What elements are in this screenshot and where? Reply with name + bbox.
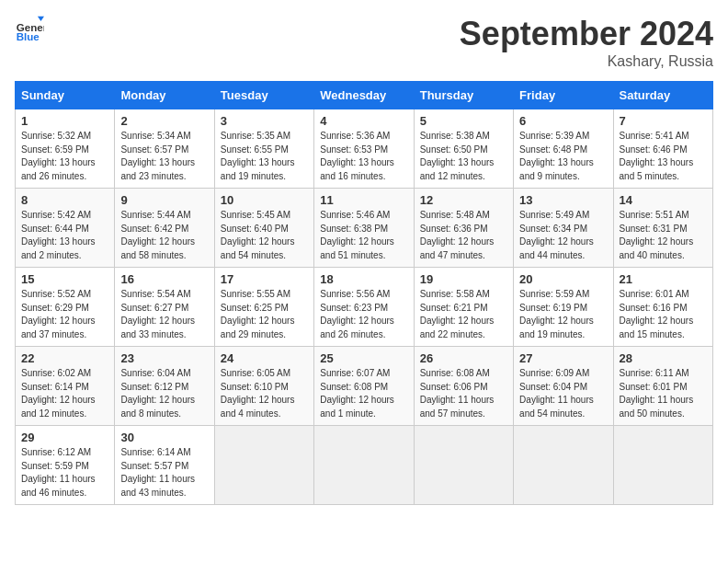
day-number: 29 <box>21 431 108 444</box>
day-cell: 17 Sunrise: 5:55 AMSunset: 6:25 PMDaylig… <box>214 268 313 347</box>
day-cell: 2 Sunrise: 5:34 AMSunset: 6:57 PMDayligh… <box>115 109 214 189</box>
day-cell: 29 Sunrise: 6:12 AMSunset: 5:59 PMDaylig… <box>16 426 115 505</box>
day-info: Sunrise: 6:12 AMSunset: 5:59 PMDaylight:… <box>21 446 108 500</box>
svg-text:Blue: Blue <box>17 31 40 42</box>
day-number: 21 <box>620 272 707 286</box>
day-cell: 22 Sunrise: 6:02 AMSunset: 6:14 PMDaylig… <box>16 347 115 426</box>
day-cell: 30 Sunrise: 6:14 AMSunset: 5:57 PMDaylig… <box>115 426 214 505</box>
day-cell: 24 Sunrise: 6:05 AMSunset: 6:10 PMDaylig… <box>214 347 313 426</box>
day-cell: 27 Sunrise: 6:09 AMSunset: 6:04 PMDaylig… <box>514 347 613 426</box>
empty-cell <box>314 426 414 505</box>
day-number: 1 <box>21 114 108 128</box>
day-number: 9 <box>120 193 208 207</box>
day-info: Sunrise: 5:34 AMSunset: 6:57 PMDaylight:… <box>120 130 208 183</box>
day-info: Sunrise: 5:58 AMSunset: 6:21 PMDaylight:… <box>420 288 507 341</box>
day-number: 3 <box>221 114 308 128</box>
day-info: Sunrise: 6:14 AMSunset: 5:57 PMDaylight:… <box>120 446 208 500</box>
logo: General Blue <box>15 15 44 44</box>
day-info: Sunrise: 5:45 AMSunset: 6:40 PMDaylight:… <box>221 209 308 262</box>
calendar-row: 15 Sunrise: 5:52 AMSunset: 6:29 PMDaylig… <box>16 268 713 347</box>
day-cell: 3 Sunrise: 5:35 AMSunset: 6:55 PMDayligh… <box>214 109 313 189</box>
calendar-row: 29 Sunrise: 6:12 AMSunset: 5:59 PMDaylig… <box>16 426 713 505</box>
day-info: Sunrise: 6:04 AMSunset: 6:12 PMDaylight:… <box>120 367 208 420</box>
day-cell: 28 Sunrise: 6:11 AMSunset: 6:01 PMDaylig… <box>613 347 712 426</box>
day-info: Sunrise: 5:55 AMSunset: 6:25 PMDaylight:… <box>221 288 308 341</box>
day-cell: 1 Sunrise: 5:32 AMSunset: 6:59 PMDayligh… <box>16 109 115 189</box>
header-tuesday: Tuesday <box>214 82 313 109</box>
day-number: 10 <box>221 193 308 207</box>
day-info: Sunrise: 6:05 AMSunset: 6:10 PMDaylight:… <box>221 367 308 420</box>
day-info: Sunrise: 5:39 AMSunset: 6:48 PMDaylight:… <box>519 130 607 183</box>
header-friday: Friday <box>514 82 613 109</box>
day-info: Sunrise: 6:11 AMSunset: 6:01 PMDaylight:… <box>620 367 707 420</box>
day-info: Sunrise: 6:02 AMSunset: 6:14 PMDaylight:… <box>21 367 108 420</box>
header-monday: Monday <box>115 82 214 109</box>
day-cell: 6 Sunrise: 5:39 AMSunset: 6:48 PMDayligh… <box>514 109 613 189</box>
header-wednesday: Wednesday <box>314 82 414 109</box>
day-number: 17 <box>221 272 308 286</box>
day-cell: 21 Sunrise: 6:01 AMSunset: 6:16 PMDaylig… <box>613 268 712 347</box>
empty-cell <box>214 426 313 505</box>
day-info: Sunrise: 6:09 AMSunset: 6:04 PMDaylight:… <box>519 367 607 420</box>
calendar-row: 1 Sunrise: 5:32 AMSunset: 6:59 PMDayligh… <box>16 109 713 189</box>
day-cell: 7 Sunrise: 5:41 AMSunset: 6:46 PMDayligh… <box>613 109 712 189</box>
empty-cell <box>613 426 712 505</box>
day-number: 8 <box>21 193 108 207</box>
day-cell: 20 Sunrise: 5:59 AMSunset: 6:19 PMDaylig… <box>514 268 613 347</box>
header-sunday: Sunday <box>16 82 115 109</box>
day-info: Sunrise: 6:08 AMSunset: 6:06 PMDaylight:… <box>420 367 507 420</box>
calendar-table: Sunday Monday Tuesday Wednesday Thursday… <box>15 81 713 505</box>
day-info: Sunrise: 5:32 AMSunset: 6:59 PMDaylight:… <box>21 130 108 183</box>
day-info: Sunrise: 5:38 AMSunset: 6:50 PMDaylight:… <box>420 130 507 183</box>
day-cell: 25 Sunrise: 6:07 AMSunset: 6:08 PMDaylig… <box>314 347 414 426</box>
page-header: General Blue September 2024 Kashary, Rus… <box>15 15 713 70</box>
day-number: 30 <box>120 431 208 444</box>
day-number: 22 <box>21 351 108 365</box>
calendar-row: 22 Sunrise: 6:02 AMSunset: 6:14 PMDaylig… <box>16 347 713 426</box>
day-info: Sunrise: 5:44 AMSunset: 6:42 PMDaylight:… <box>120 209 208 262</box>
day-number: 15 <box>21 272 108 286</box>
day-info: Sunrise: 6:01 AMSunset: 6:16 PMDaylight:… <box>620 288 707 341</box>
day-cell: 23 Sunrise: 6:04 AMSunset: 6:12 PMDaylig… <box>115 347 214 426</box>
day-number: 2 <box>120 114 208 128</box>
day-number: 11 <box>320 193 407 207</box>
month-title: September 2024 <box>460 15 713 53</box>
day-info: Sunrise: 5:51 AMSunset: 6:31 PMDaylight:… <box>620 209 707 262</box>
day-number: 25 <box>320 351 407 365</box>
day-number: 24 <box>221 351 308 365</box>
day-info: Sunrise: 5:52 AMSunset: 6:29 PMDaylight:… <box>21 288 108 341</box>
day-number: 6 <box>519 114 607 128</box>
weekday-header-row: Sunday Monday Tuesday Wednesday Thursday… <box>16 82 713 109</box>
day-number: 12 <box>420 193 507 207</box>
header-saturday: Saturday <box>613 82 712 109</box>
day-info: Sunrise: 5:56 AMSunset: 6:23 PMDaylight:… <box>320 288 407 341</box>
title-block: September 2024 Kashary, Russia <box>460 15 713 70</box>
day-number: 20 <box>519 272 607 286</box>
day-info: Sunrise: 5:42 AMSunset: 6:44 PMDaylight:… <box>21 209 108 262</box>
day-number: 26 <box>420 351 507 365</box>
day-number: 28 <box>620 351 707 365</box>
day-info: Sunrise: 5:54 AMSunset: 6:27 PMDaylight:… <box>120 288 208 341</box>
day-number: 13 <box>519 193 607 207</box>
logo-icon: General Blue <box>15 15 44 44</box>
day-info: Sunrise: 5:49 AMSunset: 6:34 PMDaylight:… <box>519 209 607 262</box>
day-number: 16 <box>120 272 208 286</box>
day-number: 18 <box>320 272 407 286</box>
day-info: Sunrise: 5:36 AMSunset: 6:53 PMDaylight:… <box>320 130 407 183</box>
empty-cell <box>514 426 613 505</box>
day-number: 27 <box>519 351 607 365</box>
day-cell: 26 Sunrise: 6:08 AMSunset: 6:06 PMDaylig… <box>414 347 513 426</box>
day-number: 5 <box>420 114 507 128</box>
day-cell: 18 Sunrise: 5:56 AMSunset: 6:23 PMDaylig… <box>314 268 414 347</box>
svg-marker-2 <box>38 17 44 21</box>
day-cell: 10 Sunrise: 5:45 AMSunset: 6:40 PMDaylig… <box>214 189 313 268</box>
day-cell: 16 Sunrise: 5:54 AMSunset: 6:27 PMDaylig… <box>115 268 214 347</box>
day-cell: 15 Sunrise: 5:52 AMSunset: 6:29 PMDaylig… <box>16 268 115 347</box>
day-cell: 4 Sunrise: 5:36 AMSunset: 6:53 PMDayligh… <box>314 109 414 189</box>
day-number: 19 <box>420 272 507 286</box>
day-info: Sunrise: 5:48 AMSunset: 6:36 PMDaylight:… <box>420 209 507 262</box>
day-number: 4 <box>320 114 407 128</box>
day-info: Sunrise: 5:59 AMSunset: 6:19 PMDaylight:… <box>519 288 607 341</box>
day-number: 23 <box>120 351 208 365</box>
day-number: 7 <box>620 114 707 128</box>
